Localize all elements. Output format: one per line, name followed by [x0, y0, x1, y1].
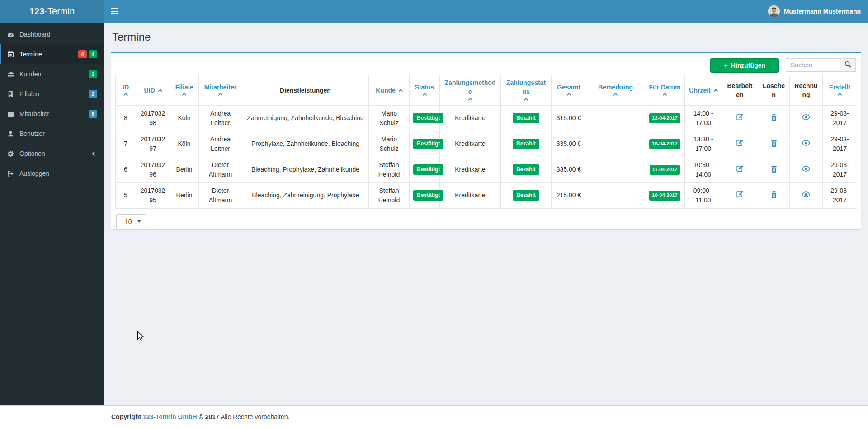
filiale-value: Berlin: [176, 166, 193, 173]
search-icon: [844, 61, 851, 69]
termine-table: IDUIDFilialeMitarbeiterDienstleistungenK…: [115, 75, 857, 209]
delete-button[interactable]: [770, 164, 778, 175]
sort-caret-icon: [413, 93, 436, 98]
kunde-value: Steffan Heinold: [378, 187, 400, 203]
invoice-button[interactable]: [801, 139, 811, 148]
column-header-status[interactable]: Status: [410, 75, 440, 106]
edit-button[interactable]: [735, 138, 745, 149]
kunde-value: Mario Schulz: [379, 110, 398, 126]
delete-button[interactable]: [770, 113, 778, 123]
calendar-icon: [7, 51, 19, 58]
search-button[interactable]: [840, 58, 856, 72]
delete-button[interactable]: [770, 190, 778, 201]
add-button[interactable]: + Hinzufügen: [710, 58, 779, 73]
column-header-kunde[interactable]: Kunde: [369, 75, 410, 106]
edit-icon: [736, 167, 744, 174]
fuer_datum-badge: 11-04-2017: [650, 165, 680, 175]
page-size-select[interactable]: 10: [116, 214, 146, 229]
brand-prefix: 123: [29, 6, 44, 16]
edit-button[interactable]: [735, 190, 745, 201]
cell-rechnung: [790, 105, 823, 131]
sort-caret-icon: [203, 93, 238, 98]
sort-caret-icon: [713, 89, 718, 93]
edit-button[interactable]: [735, 112, 745, 123]
sidebar-item-mitarbeiter[interactable]: Mitarbeiter 6: [0, 104, 104, 124]
cell-uhrzeit: 10:30 - 14:00: [685, 157, 722, 182]
cell-rechnung: [790, 182, 823, 208]
zahlungsmethode-value: Kreditkarte: [455, 114, 486, 121]
zahlungsmethode-value: Kreditkarte: [455, 191, 486, 199]
invoice-button[interactable]: [801, 113, 811, 122]
column-header-erstellt[interactable]: Erstellt: [823, 75, 857, 106]
column-header-uhrzeit[interactable]: Uhrzeit: [685, 75, 722, 106]
id-value: 5: [124, 191, 127, 199]
content-wrapper: Termine + Hinzufügen: [104, 23, 868, 405]
sidebar-item-kunden[interactable]: Kunden 2: [0, 64, 104, 84]
column-label: UID: [144, 87, 155, 94]
cell-zahlungsmethode: Kreditkarte: [440, 182, 501, 208]
sidebar-toggle-button[interactable]: [104, 0, 125, 23]
mitarbeiter-value: Dieter Altmann: [209, 187, 232, 203]
brand-logo[interactable]: 123-Termin: [0, 0, 104, 23]
uid-value: 201703298: [141, 110, 165, 126]
cell-kunde: Mario Schulz: [369, 131, 410, 157]
users-icon: [7, 71, 19, 78]
user-menu[interactable]: Mustermann Mustermann: [764, 0, 865, 23]
column-header-zahlungsstatus[interactable]: Zahlungsstatus: [501, 75, 552, 106]
cell-gesamt: 335.00 €: [552, 131, 586, 157]
sidebar-item-filialen[interactable]: Filialen 2: [0, 84, 104, 104]
cell-bearbeiten: [722, 131, 758, 157]
column-header-uid[interactable]: UID: [136, 75, 170, 106]
sort-caret-icon: [158, 89, 162, 93]
cell-filiale: Köln: [170, 131, 199, 157]
zahlungsmethode-value: Kreditkarte: [455, 166, 486, 173]
table-row: 8201703298KölnAndrea LeitnerZahnreinigun…: [116, 105, 857, 131]
sidebar-item-dashboard[interactable]: Dashboard: [0, 24, 104, 44]
cell-zahlungsmethode: Kreditkarte: [440, 105, 501, 131]
cell-dienstleistungen: Zahnreinigung, Zahnheilkunde, Bleaching: [242, 105, 369, 131]
gear-icon: [7, 150, 19, 157]
sort-caret-icon: [555, 93, 582, 98]
user-name: Mustermann Mustermann: [784, 8, 861, 15]
column-header-mitarbeiter[interactable]: Mitarbeiter: [199, 75, 242, 106]
invoice-button[interactable]: [801, 165, 811, 174]
sidebar-item-optionen[interactable]: Optionen: [0, 144, 104, 163]
sidebar: Dashboard Termine 44 Kunden 2 Filialen 2…: [0, 23, 104, 405]
column-header-fuer_datum[interactable]: Für Datum: [645, 75, 685, 106]
gesamt-value: 335.00 €: [557, 166, 581, 173]
edit-button[interactable]: [735, 164, 745, 175]
column-label: Uhrzeit: [689, 87, 710, 94]
content-header: Termine: [104, 23, 868, 43]
column-header-zahlungsmethode[interactable]: Zahlungsmethode: [440, 75, 501, 106]
footer-company-link[interactable]: 123-Termin GmbH: [143, 413, 197, 420]
column-label: Bearbeiten: [727, 82, 752, 98]
gesamt-value: 315.00 €: [557, 114, 581, 121]
cell-gesamt: 315.00 €: [552, 105, 586, 131]
sidebar-item-termine[interactable]: Termine 44: [0, 44, 104, 64]
status-badge: Bestätigt: [413, 113, 443, 123]
status-badge: Bestätigt: [413, 190, 443, 201]
column-header-filiale[interactable]: Filiale: [170, 75, 199, 106]
sidebar-item-ausloggen[interactable]: Ausloggen: [0, 163, 104, 183]
search-input[interactable]: [786, 58, 840, 72]
column-header-gesamt[interactable]: Gesamt: [552, 75, 586, 106]
cell-mitarbeiter: Andrea Leitner: [199, 105, 242, 131]
column-label: Filiale: [175, 84, 193, 91]
uid-value: 201703296: [141, 161, 165, 177]
cell-kunde: Steffan Heinold: [369, 157, 410, 182]
sort-caret-icon: [826, 93, 853, 98]
zahlungsstatus-badge: Bezahlt: [513, 139, 539, 149]
delete-button[interactable]: [770, 139, 778, 149]
building-icon: [7, 91, 19, 98]
column-header-bemerkung[interactable]: Bemerkung: [586, 75, 645, 106]
cell-status: Bestätigt: [410, 157, 440, 182]
sidebar-item-benutzer[interactable]: Benutzer: [0, 124, 104, 144]
trash-icon: [771, 193, 777, 200]
fuer_datum-badge: 10-04-2017: [649, 139, 680, 149]
termine-box: + Hinzufügen IDUIDFiliale: [111, 52, 861, 229]
column-header-id[interactable]: ID: [116, 75, 136, 106]
cell-loeschen: [758, 131, 790, 157]
status-badge: Bestätigt: [413, 164, 443, 175]
column-label: Für Datum: [649, 84, 681, 91]
invoice-button[interactable]: [801, 191, 811, 200]
